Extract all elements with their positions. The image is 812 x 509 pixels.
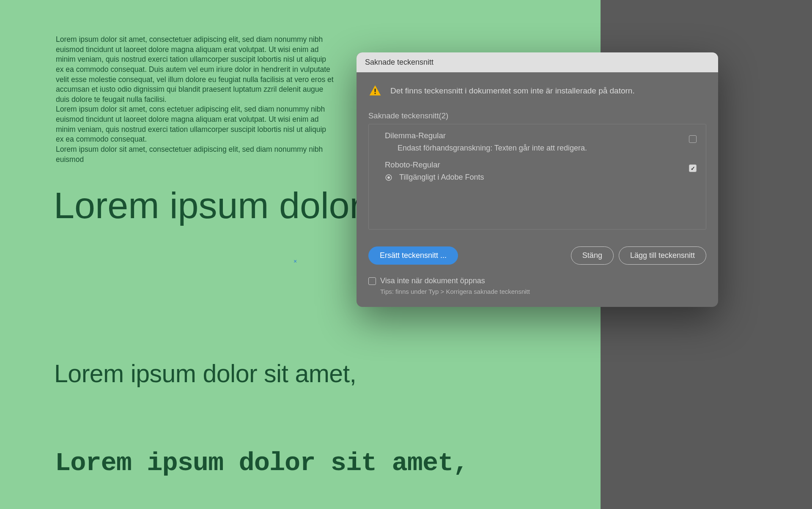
font-status-label: Tillgängligt i Adobe Fonts (399, 173, 484, 182)
close-button[interactable]: Stäng (571, 246, 614, 265)
warning-row: Det finns teckensnitt i dokumentet som i… (368, 84, 706, 98)
svg-point-3 (387, 176, 390, 179)
tip-text: Tips: finns under Typ > Korrigera saknad… (380, 288, 706, 295)
font-status-text: Endast förhandsgranskning: Texten går in… (398, 144, 697, 153)
adobe-fonts-icon (385, 174, 392, 181)
heading-sample-3[interactable]: Lorem ipsum dolor sit amet, (55, 448, 469, 478)
font-name: Dilemma-Regular (385, 131, 697, 140)
svg-rect-1 (375, 93, 376, 94)
font-list-item[interactable]: Dilemma-Regular Endast förhandsgransknin… (369, 129, 706, 158)
font-select-checkbox[interactable] (689, 164, 697, 172)
dont-show-again-row[interactable]: Visa inte när dokument öppnas (368, 276, 706, 285)
body-paragraph[interactable]: Lorem ipsum dolor sit amet, consectetuer… (56, 35, 335, 164)
font-list-label: Saknade teckensnitt(2) (368, 111, 706, 120)
dont-show-label: Visa inte när dokument öppnas (380, 276, 485, 285)
dialog-body: Det finns teckensnitt i dokumentet som i… (357, 72, 718, 307)
heading-sample-2[interactable]: Lorem ipsum dolor sit amet, (54, 359, 356, 388)
missing-font-list: Dilemma-Regular Endast förhandsgransknin… (368, 124, 706, 230)
font-name: Roboto-Regular (385, 160, 697, 170)
add-fonts-button[interactable]: Lägg till teckensnitt (619, 246, 706, 265)
warning-icon (368, 84, 382, 98)
replace-fonts-button[interactable]: Ersätt teckensnitt ... (368, 246, 458, 265)
dialog-footer: Visa inte när dokument öppnas Tips: finn… (368, 276, 706, 295)
warning-text: Det finns teckensnitt i dokumentet som i… (390, 86, 635, 96)
dont-show-checkbox[interactable] (368, 277, 376, 285)
anchor-marker-icon: × (294, 258, 297, 265)
font-select-checkbox[interactable] (689, 135, 697, 143)
font-list-item[interactable]: Roboto-Regular Tillgängligt i Adobe Font… (369, 158, 706, 187)
dialog-button-row: Ersätt teckensnitt ... Stäng Lägg till t… (368, 246, 706, 265)
dialog-title: Saknade teckensnitt (357, 52, 718, 72)
font-status-text: Tillgängligt i Adobe Fonts (398, 173, 697, 182)
missing-fonts-dialog: Saknade teckensnitt Det finns teckensnit… (357, 52, 718, 307)
svg-rect-0 (375, 89, 376, 92)
